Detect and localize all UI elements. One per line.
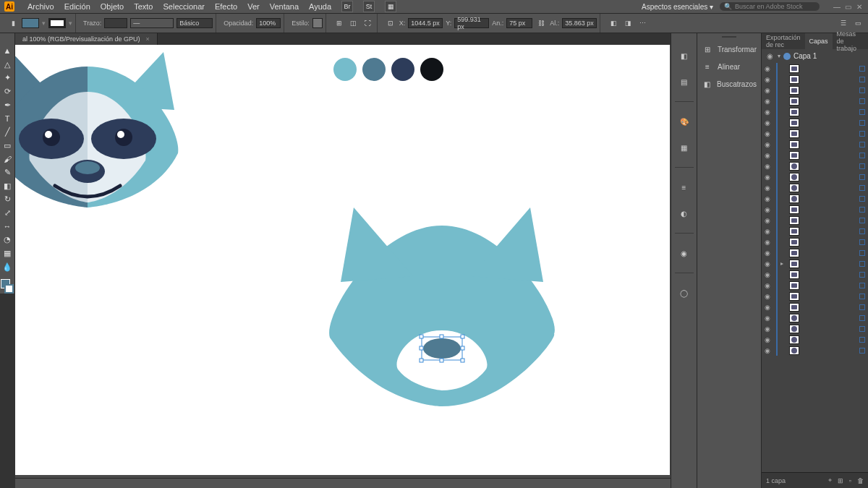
search-input[interactable]: 🔍 Buscar en Adobe Stock xyxy=(719,1,820,12)
selection-indicator[interactable] xyxy=(859,131,865,137)
selection-indicator[interactable] xyxy=(859,337,865,343)
stroke-icon[interactable]: ≡ xyxy=(676,179,692,195)
bridge-icon[interactable]: Br xyxy=(341,1,353,12)
locate-icon[interactable]: ⌖ xyxy=(828,476,832,484)
layer-item[interactable]: ◉ xyxy=(762,226,868,236)
fill-stroke-swatches[interactable] xyxy=(1,279,14,294)
visibility-icon[interactable]: ◉ xyxy=(765,249,773,257)
opacity-input[interactable]: 100% xyxy=(256,18,281,28)
layer-item[interactable]: ◉ xyxy=(762,117,868,128)
layer-item[interactable]: ◉ xyxy=(762,74,868,85)
visibility-icon[interactable]: ◉ xyxy=(765,228,773,235)
menu-seleccionar[interactable]: Seleccionar xyxy=(163,2,204,11)
visibility-icon[interactable]: ◉ xyxy=(765,282,773,289)
canvas[interactable] xyxy=(15,45,671,478)
menu-ayuda[interactable]: Ayuda xyxy=(309,2,331,11)
layer-item[interactable]: ◉ xyxy=(762,291,868,301)
panel-alinear[interactable]: ≡ Alinear xyxy=(697,58,761,75)
visibility-icon[interactable]: ◉ xyxy=(765,314,773,322)
layer-item[interactable]: ◉ xyxy=(762,106,868,117)
layer-item[interactable]: ◉ xyxy=(762,312,868,323)
panel-menu-icon[interactable]: ▭ xyxy=(852,17,864,29)
workspace-switcher[interactable]: Aspectos esenciales ▾ xyxy=(642,3,713,11)
menu-ver[interactable]: Ver xyxy=(247,2,260,11)
visibility-icon[interactable]: ◉ xyxy=(765,347,773,354)
tool-direct-selection[interactable]: △ xyxy=(1,59,14,71)
menu-texto[interactable]: Texto xyxy=(134,2,153,11)
height-input[interactable]: 35.863 px xyxy=(562,18,597,28)
layer-item[interactable]: ◉ xyxy=(762,171,868,182)
layer-item[interactable]: ◉ xyxy=(762,301,868,312)
menu-objeto[interactable]: Objeto xyxy=(101,2,124,11)
document-tab[interactable]: al 100% (RGB/Previsualización de GPU) × xyxy=(15,33,158,45)
brush-def[interactable]: Básico xyxy=(176,18,213,28)
visibility-icon[interactable]: ◉ xyxy=(765,163,773,170)
layer-item[interactable]: ◉ xyxy=(762,85,868,95)
selection-indicator[interactable] xyxy=(859,174,865,180)
expand-icon[interactable]: ▾ xyxy=(778,53,780,59)
layer-item[interactable]: ◉ xyxy=(762,63,868,74)
visibility-icon[interactable]: ◉ xyxy=(765,141,773,148)
tool-width[interactable]: ↔ xyxy=(1,221,14,233)
close-icon[interactable]: ✕ xyxy=(856,3,864,10)
layer-item[interactable]: ◉ xyxy=(762,150,868,160)
layer-item[interactable]: ◉ xyxy=(762,95,868,106)
layer-item[interactable]: ◉ xyxy=(762,345,868,356)
visibility-icon[interactable]: ◉ xyxy=(765,52,775,60)
visibility-icon[interactable]: ◉ xyxy=(765,206,773,213)
stock-icon[interactable]: St xyxy=(363,1,375,12)
visibility-icon[interactable]: ◉ xyxy=(765,174,773,181)
layer-item[interactable]: ◉ xyxy=(762,236,868,247)
visibility-icon[interactable]: ◉ xyxy=(765,195,773,202)
layer-item[interactable]: ◉ xyxy=(762,280,868,291)
selection-indicator[interactable] xyxy=(859,120,865,126)
tab-export[interactable]: Exportación de rec xyxy=(762,33,805,49)
stroke-swatch[interactable] xyxy=(48,18,66,28)
visibility-icon[interactable]: ◉ xyxy=(765,325,773,333)
panel-transformar[interactable]: ⊞ Transformar xyxy=(697,40,761,58)
layer-name[interactable]: Capa 1 xyxy=(793,52,817,60)
selection-indicator[interactable] xyxy=(859,239,865,245)
tool-eraser[interactable]: ◧ xyxy=(1,180,14,192)
selection-indicator[interactable] xyxy=(859,66,865,72)
visibility-icon[interactable]: ◉ xyxy=(765,184,773,192)
visibility-icon[interactable]: ◉ xyxy=(765,293,773,300)
style-swatch[interactable] xyxy=(312,18,323,28)
more-icon[interactable]: ⋯ xyxy=(637,17,648,29)
panel-buscatrazos[interactable]: ◧ Buscatrazos xyxy=(697,75,761,93)
selection-indicator[interactable] xyxy=(859,87,865,93)
swatches-icon[interactable]: ▦ xyxy=(676,140,692,155)
tool-gradient[interactable]: ▦ xyxy=(1,247,14,260)
prefs-icon[interactable]: ☰ xyxy=(838,17,849,29)
selection-indicator[interactable] xyxy=(859,207,865,213)
maximize-icon[interactable]: ▭ xyxy=(845,3,852,10)
tool-brush[interactable]: 🖌 xyxy=(1,153,14,166)
visibility-icon[interactable]: ◉ xyxy=(765,304,773,311)
visibility-icon[interactable]: ◉ xyxy=(765,65,773,72)
visibility-icon[interactable]: ◉ xyxy=(765,76,773,83)
layer-item[interactable]: ◉ xyxy=(762,334,868,345)
stroke-profile[interactable]: — xyxy=(130,18,174,28)
libraries-icon[interactable]: ▤ xyxy=(676,74,692,90)
menu-ventana[interactable]: Ventana xyxy=(270,2,299,11)
tab-capas[interactable]: Capas xyxy=(805,33,833,49)
selection-indicator[interactable] xyxy=(859,315,865,321)
y-input[interactable]: 599.931 px xyxy=(454,18,489,28)
selection-indicator[interactable] xyxy=(859,218,865,223)
selection-indicator[interactable] xyxy=(859,98,865,104)
selection-indicator[interactable] xyxy=(859,142,865,147)
visibility-icon[interactable]: ◉ xyxy=(765,98,773,105)
anchor-ref-icon[interactable]: ⊡ xyxy=(385,17,396,29)
tab-mesas[interactable]: Mesas de trabajo xyxy=(833,33,868,49)
visibility-icon[interactable]: ◉ xyxy=(765,152,773,159)
isolate-icon[interactable]: ◧ xyxy=(608,17,619,29)
tool-selection[interactable]: ▲ xyxy=(1,45,14,57)
selection-indicator[interactable] xyxy=(859,294,865,299)
menu-edicion[interactable]: Edición xyxy=(64,2,90,11)
visibility-icon[interactable]: ◉ xyxy=(765,336,773,343)
layer-item[interactable]: ◉ xyxy=(762,139,868,150)
selection-indicator[interactable] xyxy=(859,348,865,354)
selection-indicator[interactable] xyxy=(859,163,865,169)
tool-type[interactable]: T xyxy=(1,112,14,124)
selection-indicator[interactable] xyxy=(859,326,865,332)
